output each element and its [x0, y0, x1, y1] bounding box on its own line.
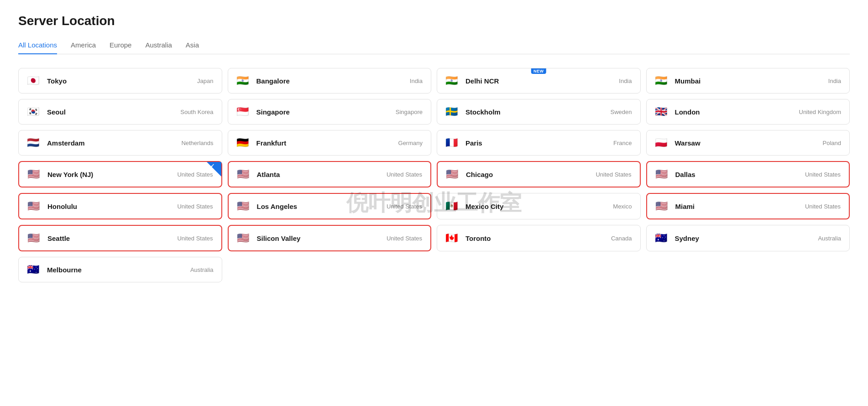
flag-icon: 🇦🇺 — [27, 265, 42, 275]
flag-icon: 🇸🇬 — [236, 107, 251, 117]
flag-icon: 🇺🇸 — [237, 169, 251, 179]
location-cell[interactable]: 🇨🇦TorontoCanada — [437, 225, 641, 251]
cell-info: ChicagoUnited States — [466, 171, 632, 178]
location-cell[interactable]: 🇦🇺SydneyAustralia — [646, 225, 850, 251]
flag-icon: 🇺🇸 — [655, 201, 670, 211]
location-cell[interactable]: NEW🇮🇳Delhi NCRIndia — [437, 68, 641, 94]
cell-info: MelbourneAustralia — [47, 266, 214, 274]
city-name: Atlanta — [257, 171, 280, 178]
location-cell[interactable]: 🇫🇷ParisFrance — [437, 130, 641, 156]
location-cell[interactable]: 🇺🇸DallasUnited States — [646, 161, 850, 187]
location-cell[interactable]: 🇺🇸SeattleUnited States — [18, 225, 222, 251]
location-cell[interactable]: 🇺🇸New York (NJ)United States — [18, 161, 222, 187]
country-name: India — [619, 78, 632, 84]
cell-info: HonoluluUnited States — [47, 203, 213, 210]
country-name: Australia — [818, 235, 841, 242]
location-cell[interactable]: 🇰🇷SeoulSouth Korea — [18, 99, 222, 125]
city-name: Warsaw — [675, 139, 701, 147]
cell-info: AmsterdamNetherlands — [47, 139, 214, 147]
location-cell[interactable]: 🇯🇵TokyoJapan — [18, 68, 222, 94]
city-name: Toronto — [465, 234, 491, 242]
country-name: United States — [387, 171, 422, 178]
cell-info: LondonUnited Kingdom — [675, 108, 842, 116]
flag-icon: 🇮🇳 — [236, 76, 251, 86]
cell-info: New York (NJ)United States — [47, 171, 213, 178]
flag-icon: 🇨🇦 — [445, 233, 460, 243]
cell-info: StockholmSweden — [465, 108, 632, 116]
page-title: Server Location — [18, 14, 850, 28]
city-name: Sydney — [675, 234, 699, 242]
location-cell[interactable]: 🇺🇸Silicon ValleyUnited States — [228, 225, 432, 251]
country-name: India — [410, 78, 423, 84]
location-cell[interactable]: 🇺🇸AtlantaUnited States — [228, 161, 432, 187]
location-cell[interactable]: 🇺🇸HonoluluUnited States — [18, 193, 222, 219]
flag-icon: 🇦🇺 — [655, 233, 669, 243]
tab-all-locations[interactable]: All Locations — [18, 37, 57, 54]
tab-europe[interactable]: Europe — [110, 37, 131, 54]
city-name: Tokyo — [47, 77, 67, 85]
tab-america[interactable]: America — [71, 37, 96, 54]
city-name: Chicago — [466, 171, 493, 178]
city-name: Frankfurt — [256, 139, 287, 147]
location-cell[interactable]: 🇺🇸MiamiUnited States — [646, 193, 850, 219]
country-name: Singapore — [396, 109, 423, 115]
location-cell[interactable]: 🇵🇱WarsawPoland — [646, 130, 850, 156]
location-cell[interactable]: 🇮🇳BangaloreIndia — [228, 68, 432, 94]
flag-icon: 🇺🇸 — [655, 169, 670, 179]
location-cell[interactable]: 🇳🇱AmsterdamNetherlands — [18, 130, 222, 156]
cell-info: FrankfurtGermany — [256, 139, 423, 147]
flag-icon: 🇯🇵 — [27, 76, 42, 86]
city-name: Paris — [465, 139, 482, 147]
cell-info: Mexico CityMexico — [465, 203, 632, 210]
cell-info: SydneyAustralia — [675, 234, 842, 242]
city-name: Bangalore — [256, 77, 290, 85]
city-name: Melbourne — [47, 266, 82, 274]
location-cell[interactable]: 🇩🇪FrankfurtGermany — [228, 130, 432, 156]
location-cell[interactable]: 🇸🇪StockholmSweden — [437, 99, 641, 125]
check-icon — [207, 162, 221, 177]
tab-australia[interactable]: Australia — [145, 37, 172, 54]
city-name: New York (NJ) — [47, 171, 93, 178]
location-cell[interactable]: 🇺🇸Los AngelesUnited States — [228, 193, 432, 219]
cell-info: AtlantaUnited States — [257, 171, 423, 178]
location-cell[interactable]: 🇦🇺MelbourneAustralia — [18, 257, 222, 282]
country-name: United States — [387, 235, 422, 242]
country-name: South Korea — [180, 109, 213, 115]
tab-asia[interactable]: Asia — [186, 37, 199, 54]
flag-icon: 🇵🇱 — [655, 138, 669, 148]
country-name: United States — [805, 171, 841, 178]
cell-info: ParisFrance — [465, 139, 632, 147]
cell-info: BangaloreIndia — [256, 77, 423, 85]
flag-icon: 🇺🇸 — [27, 233, 42, 243]
flag-icon: 🇫🇷 — [445, 138, 460, 148]
cell-info: TorontoCanada — [465, 234, 632, 242]
city-name: Singapore — [256, 108, 290, 116]
city-name: London — [675, 108, 700, 116]
country-name: India — [828, 78, 841, 84]
country-name: Poland — [823, 140, 841, 146]
country-name: United Kingdom — [799, 109, 842, 115]
country-name: United States — [177, 203, 213, 210]
flag-icon: 🇺🇸 — [446, 169, 460, 179]
flag-icon: 🇺🇸 — [237, 233, 251, 243]
country-name: United States — [596, 171, 631, 178]
country-name: United States — [805, 203, 841, 210]
country-name: Japan — [197, 78, 213, 84]
location-cell[interactable]: 🇸🇬SingaporeSingapore — [228, 99, 432, 125]
city-name: Mexico City — [465, 203, 503, 210]
cell-info: WarsawPoland — [675, 139, 842, 147]
city-name: Los Angeles — [257, 203, 298, 210]
country-name: United States — [387, 203, 422, 210]
location-cell[interactable]: 🇺🇸ChicagoUnited States — [437, 161, 641, 187]
city-name: Stockholm — [465, 108, 501, 116]
flag-icon: 🇺🇸 — [27, 169, 42, 179]
flag-icon: 🇺🇸 — [27, 201, 42, 211]
location-cell[interactable]: 🇬🇧LondonUnited Kingdom — [646, 99, 850, 125]
flag-icon: 🇸🇪 — [445, 107, 460, 117]
location-cell[interactable]: 🇮🇳MumbaiIndia — [646, 68, 850, 94]
flag-icon: 🇮🇳 — [445, 76, 460, 86]
location-cell[interactable]: 🇲🇽Mexico CityMexico — [437, 193, 641, 219]
country-name: Sweden — [611, 109, 632, 115]
cell-info: MiamiUnited States — [675, 203, 841, 210]
city-name: Seattle — [47, 234, 70, 242]
